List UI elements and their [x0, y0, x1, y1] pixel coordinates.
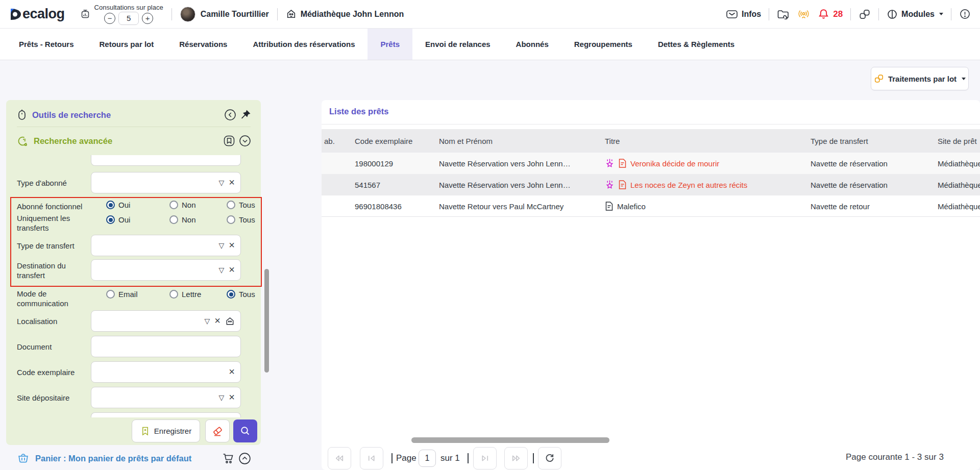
subscriber-type-input[interactable]: ▽ ×	[91, 172, 241, 193]
radio-tous[interactable]: Tous	[227, 215, 255, 224]
expand-basket-icon[interactable]	[238, 452, 252, 465]
transfer-destination-input[interactable]: ▽ ×	[91, 259, 241, 281]
radio-icon	[227, 215, 235, 224]
table-row[interactable]: 541567 Navette Réservation vers John Len…	[322, 174, 980, 195]
current-user[interactable]: Camille Tourtillier	[180, 7, 269, 22]
radio-icon	[106, 215, 115, 224]
filter-icon[interactable]: ▽	[219, 242, 225, 249]
tab-prets-retours[interactable]: Prêts - Retours	[6, 29, 87, 60]
infos-button[interactable]: Infos	[726, 9, 761, 19]
clear-form-button[interactable]	[205, 419, 230, 442]
refresh-button[interactable]	[538, 447, 561, 469]
collapse-left-icon[interactable]	[224, 108, 237, 121]
clear-icon[interactable]: ×	[229, 177, 235, 187]
tab-abonnes[interactable]: Abonnés	[503, 29, 561, 60]
filter-icon[interactable]: ▽	[219, 179, 225, 186]
item-code-label: Code exemplaire	[17, 367, 89, 377]
decrement-button[interactable]: −	[104, 13, 115, 24]
radio-email[interactable]: Email	[106, 290, 138, 299]
advanced-search-title: Recherche avancée	[34, 136, 112, 146]
column-header-transfer-type[interactable]: Type de transfert	[811, 129, 868, 153]
column-header-title[interactable]: Titre	[605, 129, 620, 153]
tab-label: Envoi de relances	[425, 40, 491, 48]
cell-item-code: 541567	[355, 174, 380, 195]
info-circle-icon[interactable]	[959, 8, 971, 20]
clipped-input[interactable]	[91, 412, 241, 417]
next-page-button[interactable]	[473, 447, 497, 469]
radio-tous[interactable]: Tous	[227, 201, 255, 209]
transfer-type-input[interactable]: ▽ ×	[91, 235, 241, 256]
column-header-code[interactable]: Code exemplaire	[355, 129, 412, 153]
table-row[interactable]: 96901808436 Navette Retour vers Paul McC…	[322, 195, 980, 217]
location-input[interactable]: ▽ ×	[91, 310, 241, 332]
loan-title-link[interactable]: Veronika décide de mourir	[630, 159, 719, 168]
column-header-ab[interactable]: ab.	[324, 129, 335, 153]
radio-non[interactable]: Non	[169, 215, 196, 224]
document-input[interactable]	[91, 336, 241, 357]
tab-regroupements[interactable]: Regroupements	[561, 29, 645, 60]
item-code-input[interactable]: ×	[91, 361, 241, 383]
filter-icon[interactable]: ▽	[205, 317, 210, 325]
document-icon	[618, 180, 627, 190]
eraser-icon	[212, 426, 223, 437]
table-row[interactable]: 198000129 Navette Réservation vers John …	[322, 153, 980, 174]
save-search-button[interactable]: Enregistrer	[132, 419, 200, 442]
clipped-input[interactable]	[91, 155, 241, 166]
radio-oui[interactable]: Oui	[106, 215, 130, 224]
page-number-input[interactable]	[419, 450, 436, 467]
table-horizontal-scrollbar[interactable]	[411, 437, 609, 443]
user-avatar[interactable]	[180, 7, 195, 22]
radio-lettre[interactable]: Lettre	[169, 290, 201, 299]
clear-icon[interactable]: ×	[229, 392, 235, 402]
folder-cloud-icon[interactable]	[777, 9, 790, 20]
tab-label: Regroupements	[574, 40, 632, 48]
header-divider	[769, 8, 769, 20]
basket-section-header: Panier : Mon panier de prêts par défaut	[6, 448, 261, 468]
decalog-logo[interactable]: ecalog	[9, 6, 65, 22]
separator	[533, 453, 534, 463]
subscriber-type-label: Type d'abonné	[17, 178, 89, 188]
clear-icon[interactable]: ×	[229, 366, 235, 377]
tab-attribution-reservations[interactable]: Attribution des réservations	[240, 29, 368, 60]
last-page-button[interactable]	[504, 447, 528, 469]
increment-button[interactable]: +	[142, 13, 153, 24]
batch-actions-button[interactable]: Traitements par lot	[871, 67, 969, 90]
clear-icon[interactable]: ×	[214, 315, 220, 326]
loan-title-link[interactable]: Les noces de Zeyn et autres récits	[630, 181, 747, 189]
run-search-button[interactable]	[233, 419, 257, 442]
modules-menu[interactable]: Modules	[887, 9, 943, 20]
column-header-loan-site[interactable]: Site de prêt	[938, 129, 977, 153]
notifications[interactable]: 28	[818, 8, 843, 20]
cart-icon[interactable]	[222, 452, 235, 465]
radio-oui[interactable]: Oui	[106, 201, 130, 209]
tab-dettes-reglements[interactable]: Dettes & Règlements	[645, 29, 747, 60]
radio-non[interactable]: Non	[169, 201, 196, 209]
loan-title-link[interactable]: Malefico	[617, 202, 646, 211]
column-header-name[interactable]: Nom et Prénom	[439, 129, 493, 153]
tab-reservations[interactable]: Réservations	[166, 29, 240, 60]
separator	[391, 453, 393, 463]
clear-icon[interactable]: ×	[229, 264, 235, 275]
site-picker-icon[interactable]	[225, 316, 235, 326]
consultations-count[interactable]: 5	[118, 12, 139, 25]
tab-envoi-relances[interactable]: Envoi de relances	[412, 29, 503, 60]
sidebar-scrollbar[interactable]	[264, 269, 269, 373]
saved-search-icon[interactable]	[223, 134, 236, 147]
tab-prets[interactable]: Prêts	[368, 29, 412, 60]
first-page-button[interactable]	[328, 447, 351, 469]
radio-tous[interactable]: Tous	[227, 290, 255, 299]
link-batch-icon[interactable]	[859, 8, 871, 20]
broadcast-icon[interactable]	[797, 8, 810, 20]
pin-icon[interactable]	[239, 109, 252, 121]
tab-retours-par-lot[interactable]: Retours par lot	[87, 29, 167, 60]
filter-icon[interactable]: ▽	[219, 266, 225, 274]
radio-label: Non	[182, 201, 196, 209]
deposit-site-input[interactable]: ▽ ×	[91, 387, 241, 408]
current-site[interactable]: Médiathèque John Lennon	[286, 9, 404, 19]
cell-name: Navette Réservation vers John Lenn…	[439, 174, 571, 195]
previous-page-button[interactable]	[360, 447, 383, 469]
clear-icon[interactable]: ×	[229, 240, 235, 250]
filter-icon[interactable]: ▽	[219, 394, 225, 401]
radio-label: Lettre	[182, 290, 201, 299]
collapse-section-icon[interactable]	[238, 134, 252, 147]
